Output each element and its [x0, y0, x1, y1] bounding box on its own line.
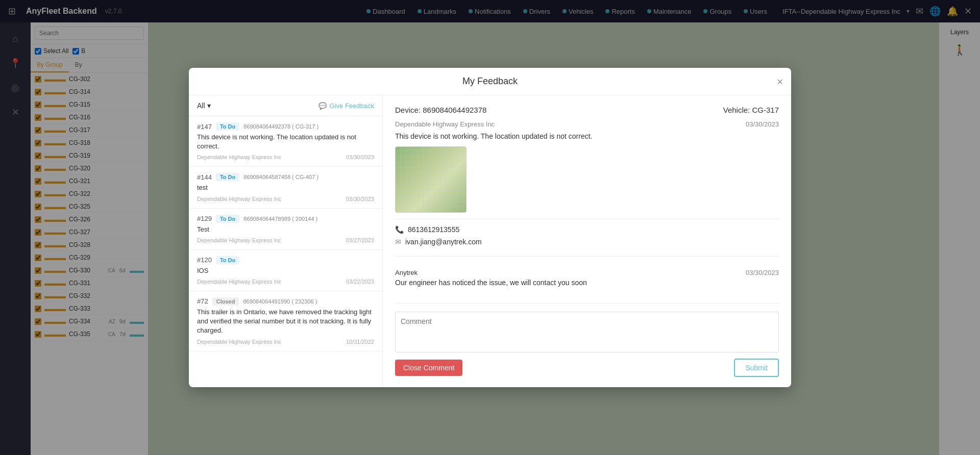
feedback-number: #120 — [197, 256, 212, 264]
detail-device: Device: 869084064492378 — [395, 106, 486, 114]
feedback-number: #147 — [197, 123, 212, 131]
modal-close-button[interactable]: × — [777, 75, 783, 87]
response-author: Anytrek — [395, 269, 418, 276]
detail-vehicle: Vehicle: CG-317 — [723, 106, 779, 114]
feedback-company: Dependable Highway Express Inc — [197, 196, 281, 202]
feedback-list-item[interactable]: #72 Closed 869084064491990 ( 232306 ) Th… — [189, 291, 382, 351]
feedback-device: 869084064491990 ( 232306 ) — [243, 298, 317, 305]
feedback-text: Test — [197, 225, 374, 234]
feedback-list-item[interactable]: #129 To Do 869084064478989 ( 200144 ) Te… — [189, 209, 382, 250]
feedback-company: Dependable Highway Express Inc — [197, 279, 281, 285]
feedback-company: Dependable Highway Express Inc — [197, 237, 281, 243]
divider-3 — [395, 303, 779, 304]
feedback-date: 03/27/2023 — [346, 237, 374, 243]
detail-company: Dependable Highway Express Inc — [395, 120, 495, 128]
close-comment-button[interactable]: Close Comment — [395, 360, 462, 376]
response-date: 03/30/2023 — [746, 269, 779, 276]
detail-company-date: 03/30/2023 — [746, 120, 779, 128]
feedback-filter-row: All ▾ 💬 Give Feedback — [189, 95, 382, 116]
feedback-status: To Do — [216, 173, 239, 181]
feedback-date: 03/22/2023 — [346, 279, 374, 285]
response-header: Anytrek 03/30/2023 — [395, 269, 779, 276]
feedback-text: This trailer is in Ontario, we have remo… — [197, 308, 374, 336]
feedback-date: 03/30/2023 — [346, 154, 374, 160]
submit-button[interactable]: Submit — [734, 359, 779, 377]
feedback-detail-panel: Device: 869084064492378 Vehicle: CG-317 … — [383, 95, 791, 387]
feedback-device: 869084064478989 ( 200144 ) — [243, 216, 317, 222]
modal-title: My Feedback — [462, 76, 518, 87]
feedback-number: #144 — [197, 173, 212, 181]
feedback-device: 869084064587458 ( CG-407 ) — [243, 174, 318, 180]
feedback-date: 03/30/2023 — [346, 196, 374, 202]
detail-company-row: Dependable Highway Express Inc 03/30/202… — [395, 120, 779, 128]
divider-1 — [395, 219, 779, 219]
feedback-date: 10/31/2022 — [346, 339, 374, 345]
feedback-device: 869084064492378 ( CG-317 ) — [243, 123, 318, 130]
detail-phone-row: 📞 8613612913555 — [395, 225, 779, 234]
email-icon: ✉ — [395, 238, 401, 246]
feedback-company: Dependable Highway Express Inc — [197, 154, 281, 160]
feedback-list-item[interactable]: #144 To Do 869084064587458 ( CG-407 ) te… — [189, 167, 382, 208]
feedback-text: IOS — [197, 266, 374, 275]
feedback-icon: 💬 — [318, 102, 327, 110]
feedback-status: To Do — [216, 122, 239, 131]
feedback-list-item[interactable]: #120 To Do IOS Dependable Highway Expres… — [189, 250, 382, 291]
response-text: Our engineer has noticed the issue, we w… — [395, 279, 779, 287]
give-feedback-button[interactable]: 💬 Give Feedback — [318, 102, 374, 110]
feedback-text: test — [197, 183, 374, 192]
comment-textarea[interactable] — [395, 312, 779, 352]
feedback-status: To Do — [216, 215, 239, 223]
feedback-items-list: #147 To Do 869084064492378 ( CG-317 ) Th… — [189, 116, 382, 387]
feedback-filter-select[interactable]: All ▾ — [197, 102, 211, 110]
action-row: Close Comment Submit — [395, 359, 779, 377]
response-section: Anytrek 03/30/2023 Our engineer has noti… — [395, 269, 779, 295]
divider-2 — [395, 256, 779, 257]
feedback-company: Dependable Highway Express Inc — [197, 339, 281, 345]
detail-description: This device is not working. The location… — [395, 132, 779, 140]
feedback-status: To Do — [216, 256, 239, 264]
modal-body: All ▾ 💬 Give Feedback #147 To Do 8690840… — [189, 95, 791, 387]
feedback-number: #129 — [197, 215, 212, 222]
detail-phone: 8613612913555 — [408, 225, 459, 234]
feedback-list-item[interactable]: #147 To Do 869084064492378 ( CG-317 ) Th… — [189, 116, 382, 167]
my-feedback-modal: My Feedback × All ▾ 💬 Give Feedback — [189, 68, 791, 387]
feedback-number: #72 — [197, 297, 208, 305]
modal-header: My Feedback × — [189, 68, 791, 95]
phone-icon: 📞 — [395, 225, 404, 234]
detail-email: ivan.jiang@anytrek.com — [405, 238, 482, 246]
feedback-list-panel: All ▾ 💬 Give Feedback #147 To Do 8690840… — [189, 95, 383, 387]
detail-email-row: ✉ ivan.jiang@anytrek.com — [395, 238, 779, 246]
feedback-status: Closed — [212, 297, 239, 306]
modal-overlay: My Feedback × All ▾ 💬 Give Feedback — [0, 0, 980, 455]
detail-header: Device: 869084064492378 Vehicle: CG-317 — [395, 106, 779, 114]
feedback-text: This device is not working. The location… — [197, 133, 374, 151]
detail-map-thumbnail — [395, 146, 467, 213]
